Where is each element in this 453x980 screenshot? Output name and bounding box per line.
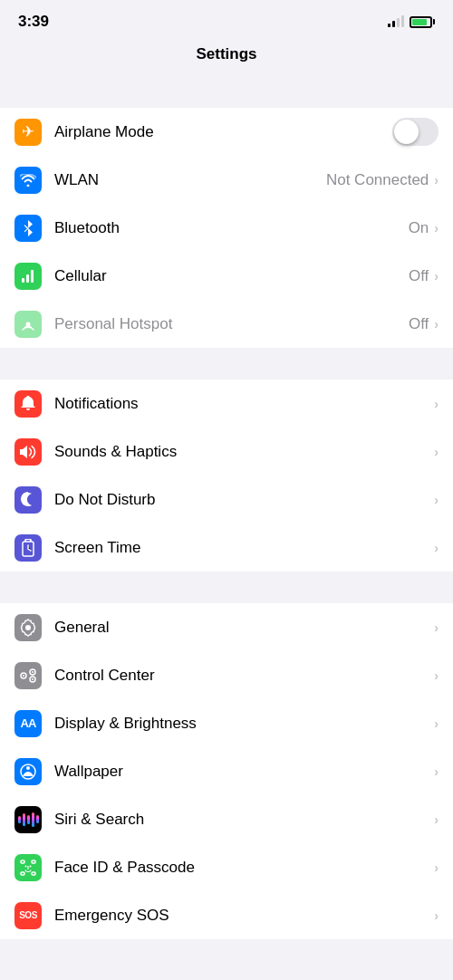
svg-point-21 xyxy=(30,865,32,867)
bluetooth-value: On xyxy=(409,219,429,237)
battery-icon xyxy=(410,16,435,28)
controlcenter-label: Control Center xyxy=(54,667,434,685)
section-notifications: Notifications › Sounds & Haptics › Do No… xyxy=(0,380,453,572)
siri-icon xyxy=(14,806,42,833)
row-bluetooth[interactable]: Bluetooth On › xyxy=(0,204,453,252)
row-controlcenter[interactable]: Control Center › xyxy=(0,651,453,699)
wallpaper-label: Wallpaper xyxy=(54,763,434,781)
donotdisturb-label: Do Not Disturb xyxy=(54,491,434,509)
faceid-icon xyxy=(14,854,42,881)
sounds-label: Sounds & Haptics xyxy=(54,443,434,461)
notifications-label: Notifications xyxy=(54,395,434,413)
row-wallpaper[interactable]: Wallpaper › xyxy=(0,747,453,795)
row-sos[interactable]: SOS Emergency SOS › xyxy=(0,891,453,939)
cellular-icon xyxy=(14,263,42,290)
faceid-chevron: › xyxy=(434,860,439,875)
svg-point-20 xyxy=(25,865,27,867)
row-faceid[interactable]: Face ID & Passcode › xyxy=(0,843,453,891)
section-connectivity: ✈ Airplane Mode WLAN Not Connected › Blu… xyxy=(0,108,453,348)
status-bar: 3:39 xyxy=(0,0,453,38)
bluetooth-icon xyxy=(14,215,42,242)
wlan-label: WLAN xyxy=(54,171,326,189)
notifications-icon xyxy=(14,390,42,418)
row-display[interactable]: AA Display & Brightness › xyxy=(0,699,453,747)
status-icons xyxy=(388,16,435,28)
screentime-icon xyxy=(14,534,42,562)
row-sounds[interactable]: Sounds & Haptics › xyxy=(0,428,453,476)
page-title-container: Settings xyxy=(0,38,453,76)
hotspot-icon xyxy=(14,311,42,338)
svg-rect-1 xyxy=(26,274,29,283)
bluetooth-label: Bluetooth xyxy=(54,219,409,237)
svg-point-11 xyxy=(32,671,34,673)
sounds-icon xyxy=(14,438,42,466)
controlcenter-icon xyxy=(14,662,42,689)
screentime-label: Screen Time xyxy=(54,539,434,557)
row-cellular[interactable]: Cellular Off › xyxy=(0,252,453,300)
wallpaper-icon xyxy=(14,758,42,785)
hotspot-chevron: › xyxy=(434,317,439,331)
svg-rect-2 xyxy=(31,270,34,283)
sos-chevron: › xyxy=(434,908,439,923)
hotspot-label: Personal Hotspot xyxy=(54,315,409,333)
row-notifications[interactable]: Notifications › xyxy=(0,380,453,428)
wlan-value: Not Connected xyxy=(326,171,429,189)
general-chevron: › xyxy=(434,620,439,635)
airplane-mode-label: Airplane Mode xyxy=(54,123,392,141)
row-hotspot[interactable]: Personal Hotspot Off › xyxy=(0,300,453,348)
display-chevron: › xyxy=(434,716,439,731)
svg-rect-0 xyxy=(22,278,24,283)
wlan-chevron: › xyxy=(434,173,439,187)
sos-icon: SOS xyxy=(14,902,42,929)
sos-label: Emergency SOS xyxy=(54,907,434,925)
bluetooth-chevron: › xyxy=(434,221,439,235)
faceid-label: Face ID & Passcode xyxy=(54,859,434,877)
display-icon: AA xyxy=(14,710,42,737)
section-gap-2 xyxy=(0,348,453,380)
hotspot-value: Off xyxy=(409,315,429,333)
row-wlan[interactable]: WLAN Not Connected › xyxy=(0,156,453,204)
row-screentime[interactable]: Screen Time › xyxy=(0,524,453,572)
status-time: 3:39 xyxy=(18,13,49,31)
section-gap-3 xyxy=(0,572,453,603)
notifications-chevron: › xyxy=(434,397,439,411)
svg-point-9 xyxy=(23,675,24,677)
row-siri[interactable]: Siri & Search › xyxy=(0,795,453,843)
svg-rect-19 xyxy=(32,872,35,875)
screentime-chevron: › xyxy=(434,541,439,555)
svg-point-15 xyxy=(26,766,30,770)
signal-icon xyxy=(388,16,404,27)
svg-rect-17 xyxy=(32,860,35,863)
siri-label: Siri & Search xyxy=(54,811,434,829)
cellular-chevron: › xyxy=(434,269,439,283)
cellular-value: Off xyxy=(409,267,429,285)
controlcenter-chevron: › xyxy=(434,668,439,683)
wifi-icon xyxy=(14,167,42,194)
page-title: Settings xyxy=(196,45,256,62)
row-general[interactable]: General › xyxy=(0,603,453,651)
svg-point-13 xyxy=(32,678,34,680)
section-gap-1 xyxy=(0,76,453,108)
row-donotdisturb[interactable]: Do Not Disturb › xyxy=(0,476,453,524)
display-label: Display & Brightness xyxy=(54,715,434,733)
section-system: General › Control Center › AA Display & … xyxy=(0,603,453,939)
wallpaper-chevron: › xyxy=(434,764,439,779)
donotdisturb-chevron: › xyxy=(434,493,439,507)
airplane-mode-toggle[interactable] xyxy=(392,118,439,146)
airplane-icon: ✈ xyxy=(14,119,42,146)
svg-rect-18 xyxy=(21,872,24,875)
svg-rect-16 xyxy=(21,860,24,863)
svg-point-7 xyxy=(25,625,31,630)
sounds-chevron: › xyxy=(434,445,439,459)
cellular-label: Cellular xyxy=(54,267,409,285)
row-airplane-mode[interactable]: ✈ Airplane Mode xyxy=(0,108,453,156)
general-label: General xyxy=(54,619,434,637)
general-icon xyxy=(14,614,42,641)
siri-chevron: › xyxy=(434,812,439,827)
donotdisturb-icon xyxy=(14,486,42,514)
